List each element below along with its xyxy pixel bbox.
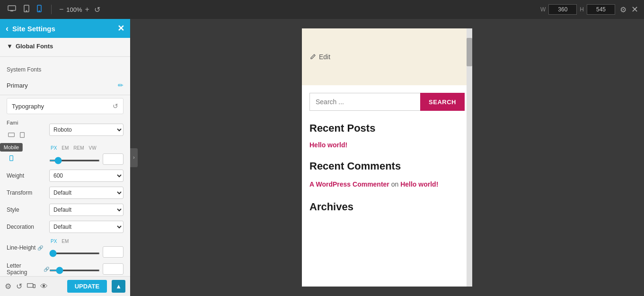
toolbar-divider-1 [51,5,52,14]
size-field-label: Size Mobile [7,147,49,163]
zoom-controls: − 100% + [59,5,89,14]
size-field-row: Size Mobile PX [7,144,124,165]
line-height-input[interactable] [103,246,124,258]
line-height-slider[interactable] [49,252,100,254]
update-button[interactable]: UPDATE [67,280,107,293]
line-height-units: PX EM [49,238,124,245]
weight-control: 100200300400500600700800900 [49,170,124,182]
line-height-control: PX EM [49,238,124,258]
preview-header: Edit [302,28,472,85]
search-input[interactable] [309,93,420,111]
recent-posts-widget: Recent Posts Hello world! [309,122,465,149]
settings-icon[interactable]: ⚙ [620,5,626,14]
weight-field-row: Weight 100200300400500600700800900 [7,170,124,182]
size-units-row: PX EM REM VW [49,144,124,152]
mobile-size-icon[interactable] [7,153,16,163]
typography-section: Typography ↺ [7,98,124,114]
hello-world-link-2[interactable]: Hello world! [400,180,438,188]
letter-spacing-label: Letter Spacing 🔗 [7,262,49,276]
weight-select[interactable]: 100200300400500600700800900 [49,170,124,182]
letter-spacing-label-wrap: Letter Spacing 🔗 [7,262,49,276]
height-input[interactable] [587,4,615,15]
size-number-input[interactable] [103,153,124,165]
left-panel: ‹ Site Settings ✕ ▼ Global Fonts System … [0,19,130,296]
family-field-row: Fami [7,120,124,140]
transform-control: DefaultUppercaseLowercaseCapitalize [49,187,124,199]
decoration-select[interactable]: DefaultNoneUnderlineLine-through [49,221,124,233]
typography-reset-icon[interactable]: ↺ [113,102,118,110]
family-select[interactable]: Roboto Arial Open Sans [49,124,124,136]
zoom-out-button[interactable]: − [59,5,63,14]
edit-label: Edit [319,53,330,61]
separator-2 [0,95,130,95]
size-slider[interactable] [49,160,100,161]
panel-back-button[interactable]: ‹ [6,24,9,34]
size-slider-row [49,153,124,165]
size-control: PX EM REM VW [49,144,124,165]
vw-unit-btn[interactable]: VW [88,144,98,152]
decoration-label: Decoration [7,224,49,230]
px-unit-btn[interactable]: PX [49,144,58,152]
svg-point-3 [26,10,27,11]
hello-world-link[interactable]: Hello world! [309,141,465,149]
svg-rect-9 [27,283,33,287]
device-switcher [6,3,44,16]
family-text: Fami [7,120,18,126]
primary-row[interactable]: Primary ✏ [0,78,130,93]
tablet-icon[interactable] [22,3,31,16]
letter-spacing-slider-wrap [49,265,100,273]
undo-button[interactable]: ↺ [94,5,100,14]
arrow-icon: ▼ [7,43,13,50]
mobile-icon[interactable] [35,3,44,16]
global-fonts-section: ▼ Global Fonts [0,38,130,54]
toolbar-close-button[interactable]: ✕ [631,4,638,15]
lh-em-btn[interactable]: EM [60,238,70,245]
height-label: H [580,6,584,13]
device-row-family: Fami [7,120,49,126]
panel-title: Site Settings [12,25,55,33]
search-button[interactable]: SEARCH [420,93,465,111]
zoom-in-button[interactable]: + [85,5,89,14]
global-fonts-title[interactable]: ▼ Global Fonts [7,43,124,50]
desktop-device-icon[interactable] [7,130,16,140]
collapse-handle[interactable]: › [130,148,138,167]
transform-select[interactable]: DefaultUppercaseLowercaseCapitalize [49,187,124,199]
desktop-icon[interactable] [6,3,18,16]
svg-rect-10 [33,285,35,288]
size-device-row: Mobile [7,153,49,163]
svg-rect-8 [10,155,13,161]
family-label: Fami [7,120,49,140]
panel-close-button[interactable]: ✕ [117,23,124,34]
edit-button[interactable]: Edit [309,53,330,61]
rem-unit-btn[interactable]: REM [72,144,85,152]
width-input[interactable] [548,4,577,15]
letter-spacing-slider[interactable] [49,269,100,271]
separator-1 [0,56,130,57]
typography-title: Typography [12,103,44,110]
letter-spacing-control [49,263,124,275]
svg-rect-0 [8,6,16,10]
panel-header: ‹ Site Settings ✕ [0,19,130,38]
letter-spacing-input[interactable] [103,263,124,275]
line-height-slider-row [49,246,124,258]
commenter-link[interactable]: A WordPress Commenter [309,180,389,188]
primary-edit-icon[interactable]: ✏ [118,81,124,89]
lh-px-btn[interactable]: PX [49,238,58,245]
tablet-device-icon[interactable] [18,130,27,140]
style-select[interactable]: DefaultNormalItalicOblique [49,204,124,216]
style-label: Style [7,206,49,213]
preview-container: Edit SEARCH Recent Posts Hello world! [302,28,472,287]
svg-point-5 [39,11,40,12]
settings-bottom-icon[interactable]: ⚙ [5,282,11,291]
responsive-bottom-icon[interactable] [27,282,35,291]
line-height-label-wrap: Line-Height 🔗 [7,244,49,251]
recent-comments-title: Recent Comments [309,160,465,172]
decoration-control: DefaultNoneUnderlineLine-through [49,221,124,233]
update-dropdown-button[interactable]: ▲ [112,280,125,293]
em-unit-btn[interactable]: EM [60,144,70,152]
preview-scrollbar[interactable] [467,28,472,287]
history-bottom-icon[interactable]: ↺ [16,282,22,291]
line-height-label: Line-Height 🔗 [7,244,49,251]
primary-label: Primary [7,82,28,89]
eye-bottom-icon[interactable]: 👁 [40,282,48,291]
